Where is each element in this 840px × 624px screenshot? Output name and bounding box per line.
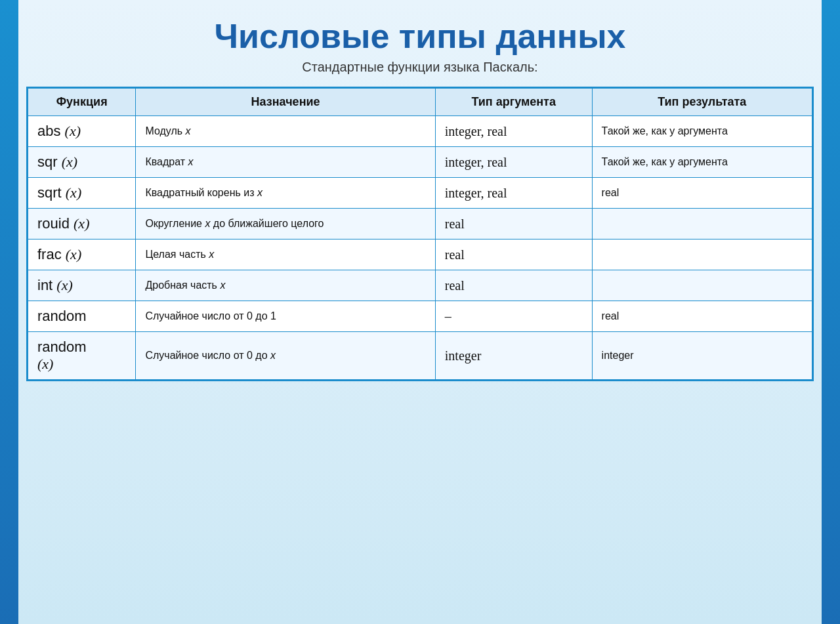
table-row: abs (x)Модуль xinteger, realТакой же, ка…	[28, 116, 812, 147]
desc-cell: Квадратный корень из x	[136, 178, 435, 209]
table-wrapper: Функция Назначение Тип аргумента Тип рез…	[26, 87, 814, 381]
arg-type-cell: –	[435, 301, 592, 332]
arg-type-cell: integer, real	[435, 178, 592, 209]
func-cell: sqrt (x)	[28, 178, 136, 209]
arg-type-cell: real	[435, 209, 592, 239]
result-type-cell: integer	[592, 332, 812, 380]
desc-cell: Модуль x	[136, 116, 435, 147]
result-type-cell: real	[592, 301, 812, 332]
result-type-cell	[592, 239, 812, 270]
table-row: sqr (x)Квадрат xinteger, realТакой же, к…	[28, 147, 812, 178]
table-row: random (x)Случайное число от 0 до xinteg…	[28, 332, 812, 380]
desc-cell: Случайное число от 0 до x	[136, 332, 435, 380]
arg-type-cell: integer, real	[435, 116, 592, 147]
func-cell: frac (x)	[28, 239, 136, 270]
func-cell: random	[28, 301, 136, 332]
subtitle: Стандартные функции языка Паскаль:	[302, 60, 537, 75]
table-row: frac (x)Целая часть xreal	[28, 239, 812, 270]
func-cell: random (x)	[28, 332, 136, 380]
arg-type-cell: real	[435, 270, 592, 301]
col-header-desc: Назначение	[136, 89, 435, 116]
result-type-cell: Такой же, как у аргумента	[592, 116, 812, 147]
table-row: randomСлучайное число от 0 до 1–real	[28, 301, 812, 332]
func-cell: rouid (x)	[28, 209, 136, 239]
result-type-cell	[592, 209, 812, 239]
col-header-func: Функция	[28, 89, 136, 116]
functions-table: Функция Назначение Тип аргумента Тип рез…	[28, 88, 812, 380]
arg-type-cell: integer	[435, 332, 592, 380]
desc-cell: Округление x до ближайшего целого	[136, 209, 435, 239]
col-header-restype: Тип результата	[592, 89, 812, 116]
col-header-argtype: Тип аргумента	[435, 89, 592, 116]
desc-cell: Целая часть x	[136, 239, 435, 270]
result-type-cell: real	[592, 178, 812, 209]
result-type-cell: Такой же, как у аргумента	[592, 147, 812, 178]
table-row: int (x)Дробная часть xreal	[28, 270, 812, 301]
func-cell: abs (x)	[28, 116, 136, 147]
result-type-cell	[592, 270, 812, 301]
desc-cell: Случайное число от 0 до 1	[136, 301, 435, 332]
arg-type-cell: real	[435, 239, 592, 270]
table-row: sqrt (x)Квадратный корень из xinteger, r…	[28, 178, 812, 209]
desc-cell: Квадрат x	[136, 147, 435, 178]
func-cell: sqr (x)	[28, 147, 136, 178]
arg-type-cell: integer, real	[435, 147, 592, 178]
page-title: Числовые типы данных	[214, 16, 625, 56]
func-cell: int (x)	[28, 270, 136, 301]
desc-cell: Дробная часть x	[136, 270, 435, 301]
table-row: rouid (x)Округление x до ближайшего цело…	[28, 209, 812, 239]
